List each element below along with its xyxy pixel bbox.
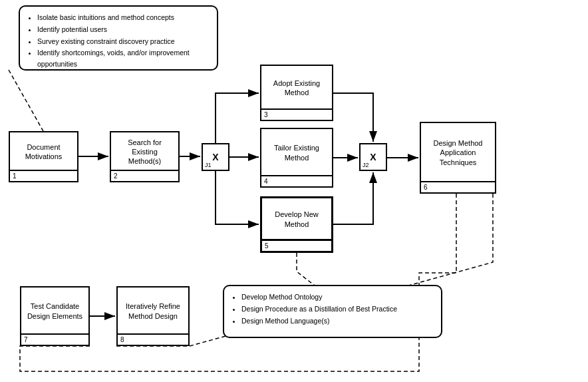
- box-5-label: Develop New Method: [262, 198, 331, 239]
- box-8-number: 8: [118, 333, 188, 345]
- box-7-number: 7: [21, 333, 88, 345]
- diagram-container: Isolate basic intuitions and method conc…: [0, 0, 588, 382]
- bottom-note-item-1: Develop Method Ontology: [241, 291, 433, 303]
- box-2-number: 2: [111, 170, 178, 181]
- box-5-number: 5: [262, 239, 331, 251]
- top-note-list: Isolate basic intuitions and method conc…: [28, 12, 209, 70]
- box-document-motivations: Document Motivations 1: [9, 131, 78, 182]
- box-develop-new: Develop New Method 5: [260, 196, 333, 253]
- box-1-number: 1: [10, 170, 77, 181]
- box-iteratively-refine: Iteratively Refine Method Design 8: [116, 286, 190, 346]
- gateway-j2-sublabel: J2: [363, 162, 369, 168]
- top-note-item-4: Identify shortcomings, voids, and/or imp…: [37, 47, 209, 70]
- box-adopt-existing: Adopt Existing Method 3: [260, 65, 333, 121]
- box-7-label: Test Candidate Design Elements: [21, 287, 88, 333]
- top-note-box: Isolate basic intuitions and method conc…: [19, 5, 218, 71]
- box-3-label: Adopt Existing Method: [261, 66, 332, 108]
- box-test-candidate: Test Candidate Design Elements 7: [20, 286, 90, 346]
- box-2-label: Search for Existing Method(s): [111, 132, 178, 170]
- top-note-item-1: Isolate basic intuitions and method conc…: [37, 12, 209, 23]
- box-4-number: 4: [261, 175, 332, 186]
- box-tailor-existing: Tailor Existing Method 4: [260, 128, 333, 188]
- bottom-note-item-2: Design Procedure as a Distillation of Be…: [241, 303, 433, 315]
- box-6-number: 6: [421, 181, 495, 192]
- top-note-item-3: Survey existing constraint discovery pra…: [37, 36, 209, 47]
- box-6-label: Design Method Application Techniques: [421, 123, 495, 181]
- box-1-label: Document Motivations: [10, 132, 77, 170]
- gateway-j1-sublabel: J1: [205, 162, 212, 168]
- box-8-label: Iteratively Refine Method Design: [118, 287, 188, 333]
- bottom-note-box: Develop Method Ontology Design Procedure…: [223, 285, 442, 338]
- bottom-note-list: Develop Method Ontology Design Procedure…: [232, 291, 433, 326]
- top-note-item-2: Identify potential users: [37, 24, 209, 35]
- bottom-note-item-3: Design Method Language(s): [241, 315, 433, 327]
- svg-line-7: [9, 70, 43, 131]
- gateway-j2-label: X: [370, 152, 376, 162]
- box-3-number: 3: [261, 108, 332, 120]
- box-design-method: Design Method Application Techniques 6: [420, 122, 496, 194]
- gateway-j1: X J1: [202, 143, 229, 171]
- gateway-j2: X J2: [359, 143, 387, 171]
- box-search-existing: Search for Existing Method(s) 2: [110, 131, 180, 182]
- box-4-label: Tailor Existing Method: [261, 129, 332, 175]
- gateway-j1-label: X: [212, 152, 218, 162]
